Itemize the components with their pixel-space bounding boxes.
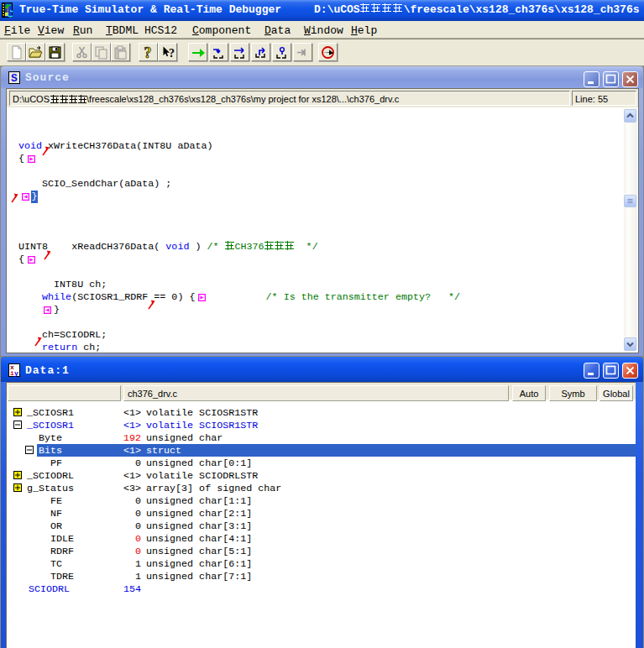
svg-text:?: ?	[144, 45, 152, 60]
svg-text:y: y	[14, 369, 18, 377]
svg-text:?: ?	[169, 47, 175, 60]
svg-text:S: S	[11, 72, 18, 84]
